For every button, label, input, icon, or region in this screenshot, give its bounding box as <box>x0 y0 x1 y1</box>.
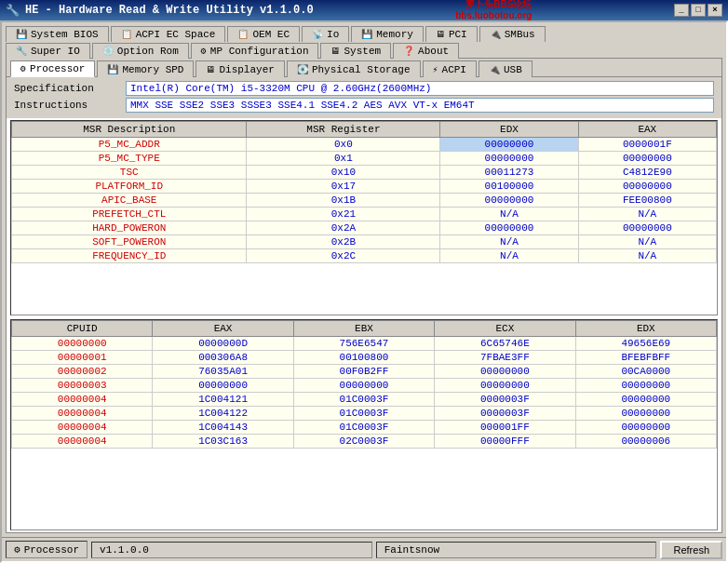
cpuid-table-row[interactable]: 0000000300000000000000000000000000000000 <box>12 379 717 393</box>
msr-table-row[interactable]: HARD_POWERON0x2A0000000000000000 <box>12 221 717 235</box>
refresh-button[interactable]: Refresh <box>660 541 722 559</box>
msr-desc-cell: SOFT_POWERON <box>12 235 247 249</box>
cpuid-ebx-cell: 00100800 <box>293 351 434 365</box>
processor-icon: ⚙ <box>20 63 26 74</box>
cpuid-table-row[interactable]: 000000041C00412101C0003F0000003F00000000 <box>12 393 717 407</box>
cpuid-table-wrapper[interactable]: CPUID EAX EBX ECX EDX 000000000000000D75… <box>11 320 717 529</box>
cpuid-table-row[interactable]: 00000001000306A8001008007FBAE3FFBFEBFBFF <box>12 351 717 365</box>
close-button[interactable]: × <box>708 4 722 17</box>
spec-row: Specification Intel(R) Core(TM) i5-3320M… <box>14 81 714 96</box>
msr-table: MSR Description MSR Register EDX EAX P5_… <box>11 121 717 263</box>
title-bar: 🔧 HE - Hardware Read & Write Utility v1.… <box>0 0 728 20</box>
tab-mp-config[interactable]: ⚙MP Configuration <box>191 43 319 59</box>
info-section: Specification Intel(R) Core(TM) i5-3320M… <box>7 77 721 118</box>
minimize-button[interactable]: _ <box>674 4 689 17</box>
tab-super-io[interactable]: 🔧Super IO <box>6 43 90 59</box>
msr-col-edx: EDX <box>440 122 578 138</box>
msr-desc-cell: PREFETCH_CTL <box>12 208 247 221</box>
tab-option-rom[interactable]: 💿Option Rom <box>92 43 189 59</box>
cpuid-eax-cell: 1C004143 <box>153 421 293 435</box>
msr-eax-cell: 0000001F <box>578 138 716 152</box>
tab-smbus[interactable]: 🔌SMBus <box>479 26 546 42</box>
msr-table-row[interactable]: APIC_BASE0x1B00000000FEE00800 <box>12 194 717 208</box>
instr-row: Instructions MMX SSE SSE2 SSE3 SSSE3 SSE… <box>14 98 714 113</box>
msr-table-row[interactable]: SOFT_POWERON0x2BN/AN/A <box>12 235 717 249</box>
memspd-icon: 💾 <box>107 64 118 75</box>
mpconfig-icon: ⚙ <box>201 46 207 57</box>
cpuid-eax-cell: 00000000 <box>153 379 293 393</box>
cpuid-table-row[interactable]: 0000000276035A0100F0B2FF0000000000CA0000 <box>12 365 717 379</box>
msr-edx-cell: 00000000 <box>440 194 578 208</box>
pci-icon: 🖥 <box>436 29 445 40</box>
tab-system-bios[interactable]: 💾System BIOS <box>6 26 109 42</box>
msr-reg-cell: 0x17 <box>247 180 440 194</box>
msr-table-row[interactable]: FREQUENCY_ID0x2CN/AN/A <box>12 249 717 263</box>
msr-desc-cell: HARD_POWERON <box>12 221 247 235</box>
watermark: 罗卜头BBS论坛bbs.luobotou.org <box>455 0 532 21</box>
cpuid-cell: 00000000 <box>12 337 153 351</box>
cpuid-ecx-cell: 00000000 <box>435 365 575 379</box>
cpuid-ecx-cell: 00000000 <box>435 379 575 393</box>
subtab-physical-storage[interactable]: 💽Physical Storage <box>287 60 421 77</box>
tab-pci[interactable]: 🖥PCI <box>425 26 478 42</box>
cpuid-ebx-cell: 02C0003F <box>293 435 434 449</box>
cpuid-ecx-cell: 0000003F <box>435 393 575 407</box>
cpuid-col-cpuid: CPUID <box>12 321 153 337</box>
main-container: 💾System BIOS 📋ACPI EC Space 📋OEM EC 📡Io … <box>0 20 728 563</box>
msr-desc-cell: FREQUENCY_ID <box>12 249 247 263</box>
msr-col-reg: MSR Register <box>247 122 440 138</box>
cpuid-ebx-cell: 01C0003F <box>293 407 434 421</box>
optrom-icon: 💿 <box>102 46 114 57</box>
processor-status-label: Processor <box>24 544 79 556</box>
subtab-memory-spd[interactable]: 💾Memory SPD <box>97 60 194 77</box>
tab-acpi-ec[interactable]: 📋ACPI EC Space <box>111 26 226 42</box>
msr-table-row[interactable]: P5_MC_ADDR0x0000000000000001F <box>12 138 717 152</box>
tab-io[interactable]: 📡Io <box>302 26 349 42</box>
cpuid-edx-cell: 00000006 <box>575 435 716 449</box>
cpuid-table-row[interactable]: 000000000000000D756E65476C65746E49656E69 <box>12 337 717 351</box>
cpuid-cell: 00000002 <box>12 365 153 379</box>
msr-reg-cell: 0x2A <box>247 221 440 235</box>
msr-table-row[interactable]: P5_MC_TYPE0x10000000000000000 <box>12 152 717 166</box>
tab-oem-ec[interactable]: 📋OEM EC <box>227 26 300 42</box>
msr-reg-cell: 0x1B <box>247 194 440 208</box>
app-icon: 🔧 <box>6 4 20 18</box>
user-label: Faintsnow <box>384 544 439 556</box>
subtab-displayer[interactable]: 🖥Displayer <box>195 60 284 77</box>
tab-about[interactable]: ❓About <box>393 43 459 59</box>
window-title: HE - Hardware Read & Write Utility v1.1.… <box>25 4 314 17</box>
io-icon: 📡 <box>312 29 323 40</box>
subtab-acpi[interactable]: ⚡ACPI <box>423 60 477 77</box>
cpuid-edx-cell: 00000000 <box>575 393 716 407</box>
msr-table-row[interactable]: PREFETCH_CTL0x21N/AN/A <box>12 208 717 221</box>
cpuid-table-row[interactable]: 000000041C00412201C0003F0000003F00000000 <box>12 407 717 421</box>
subtab-processor[interactable]: ⚙Processor <box>10 60 95 77</box>
tab-memory[interactable]: 💾Memory <box>351 26 424 42</box>
subtab-usb[interactable]: 🔌USB <box>479 60 533 77</box>
msr-edx-cell: 00011273 <box>440 166 578 180</box>
msr-table-row[interactable]: TSC0x1000011273C4812E90 <box>12 166 717 180</box>
superio-icon: 🔧 <box>16 46 27 57</box>
msr-table-wrapper[interactable]: MSR Description MSR Register EDX EAX P5_… <box>11 121 717 315</box>
system-icon: 🖥 <box>330 46 340 57</box>
msr-eax-cell: N/A <box>578 208 716 221</box>
msr-edx-cell: 00000000 <box>440 138 578 152</box>
cpuid-ebx-cell: 01C0003F <box>293 421 434 435</box>
cpuid-ebx-cell: 01C0003F <box>293 393 434 407</box>
about-icon: ❓ <box>403 46 414 57</box>
cpuid-table-row[interactable]: 000000041C03C16302C0003F00000FFF00000006 <box>12 435 717 449</box>
acpi-icon: 📋 <box>121 29 132 40</box>
msr-edx-cell: N/A <box>440 208 578 221</box>
cpuid-ebx-cell: 756E6547 <box>293 337 434 351</box>
cpuid-table-row[interactable]: 000000041C00414301C0003F000001FF00000000 <box>12 421 717 435</box>
maximize-button[interactable]: □ <box>691 4 706 17</box>
cpuid-eax-cell: 1C03C163 <box>153 435 293 449</box>
status-processor: ⚙ Processor <box>6 541 88 558</box>
msr-edx-cell: 00000000 <box>440 152 578 166</box>
msr-reg-cell: 0x2C <box>247 249 440 263</box>
memory-icon: 💾 <box>361 29 372 40</box>
storage-icon: 💽 <box>297 64 308 75</box>
msr-table-row[interactable]: PLATFORM_ID0x170010000000000000 <box>12 180 717 194</box>
second-tab-row: 🔧Super IO 💿Option Rom ⚙MP Configuration … <box>2 41 726 58</box>
tab-system[interactable]: 🖥System <box>320 43 391 59</box>
